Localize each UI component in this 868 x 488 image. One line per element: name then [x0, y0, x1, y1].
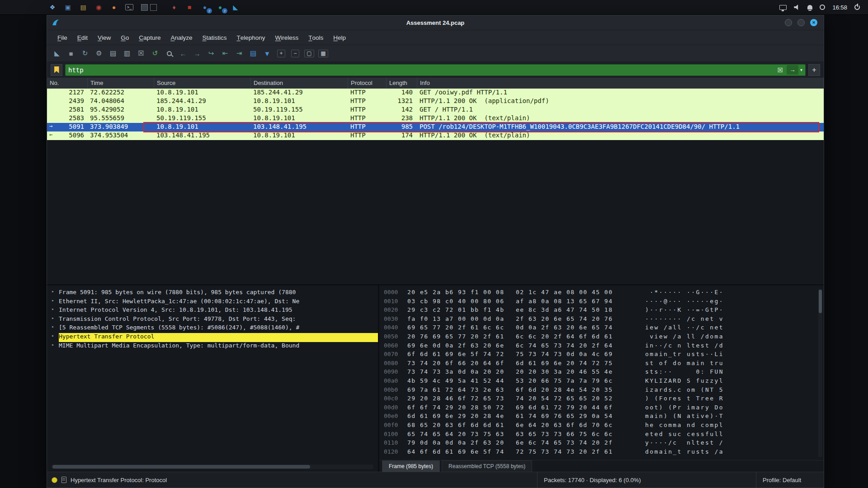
bytes-tab-frame-985-bytes-[interactable]: Frame (985 bytes): [382, 460, 440, 472]
text-editor-app-icon[interactable]: ◉: [93, 2, 104, 13]
column-header-time[interactable]: Time: [88, 78, 154, 89]
menu-telephony[interactable]: Telephony: [231, 30, 270, 45]
close-file-button[interactable]: ☒: [135, 47, 147, 60]
capture-options-button[interactable]: ⚙: [93, 47, 105, 60]
workspace-2[interactable]: [150, 4, 157, 11]
maximize-button[interactable]: [797, 19, 805, 26]
hex-row[interactable]: 00d06f 6f 74 29 20 28 50 7269 6d 61 72 7…: [384, 404, 824, 413]
hex-row[interactable]: 002029 c3 c2 72 01 bb f1 4bee 8c 3d a6 4…: [384, 306, 824, 315]
zoom-in-button[interactable]: +: [275, 47, 288, 60]
column-header-length[interactable]: Length: [387, 78, 417, 89]
kali-menu-icon[interactable]: ❖: [47, 2, 58, 13]
hex-row[interactable]: 00a04b 59 4c 49 5a 41 52 4453 20 66 75 7…: [384, 377, 824, 386]
wireshark-app-icon[interactable]: ◣: [230, 2, 241, 13]
hex-row[interactable]: 000020 e5 2a b6 93 f1 00 0802 1c 47 ae 0…: [384, 289, 824, 298]
terminal-app-icon[interactable]: ▣: [62, 2, 73, 13]
column-header-protocol[interactable]: Protocol: [348, 78, 387, 89]
first-packet-button[interactable]: ⇤: [219, 47, 231, 60]
hex-row[interactable]: 004069 65 77 20 2f 61 6c 6c0d 0a 2f 63 2…: [384, 324, 824, 333]
last-packet-button[interactable]: ⇥: [233, 47, 245, 60]
column-header-source[interactable]: Source: [154, 78, 251, 89]
hex-row[interactable]: 008073 74 20 6f 66 20 64 6f6d 61 69 6e 2…: [384, 360, 824, 369]
auto-scroll-button[interactable]: ▼: [261, 47, 274, 60]
reload-file-button[interactable]: ↺: [149, 47, 161, 60]
expand-arrow-icon[interactable]: ▸: [52, 298, 59, 307]
go-back-button[interactable]: ←: [177, 47, 189, 60]
go-forward-button[interactable]: →: [191, 47, 203, 60]
expand-arrow-icon[interactable]: ▸: [52, 315, 59, 324]
close-button[interactable]: ✕: [810, 19, 817, 26]
bytes-tab-reassembled-tcp-5558-bytes-[interactable]: Reassembled TCP (5558 bytes): [442, 460, 532, 472]
packet-row-5091[interactable]: 5091373.90384910.8.19.101103.148.41.195H…: [47, 123, 824, 131]
hex-row[interactable]: 00f068 65 20 63 6f 6d 6d 616e 64 20 63 6…: [384, 422, 824, 431]
hex-row[interactable]: 012064 6f 6d 61 69 6e 5f 7472 75 73 74 7…: [384, 448, 824, 457]
hex-row[interactable]: 005020 76 69 65 77 20 2f 616c 6c 20 2f 6…: [384, 333, 824, 342]
menu-go[interactable]: Go: [116, 30, 134, 45]
menu-edit[interactable]: Edit: [72, 30, 93, 45]
resize-columns-button[interactable]: ▦: [317, 47, 330, 60]
normal-size-button[interactable]: ▢: [303, 47, 316, 60]
menu-file[interactable]: File: [52, 30, 72, 45]
hex-row[interactable]: 00706f 6d 61 69 6e 5f 74 7275 73 74 73 0…: [384, 351, 824, 360]
hex-row[interactable]: 006069 6e 0d 0a 2f 63 20 6e6c 74 65 73 7…: [384, 342, 824, 351]
volume-icon[interactable]: [794, 5, 800, 10]
power-icon[interactable]: [854, 5, 860, 10]
menu-view[interactable]: View: [93, 30, 116, 45]
firefox-app-icon[interactable]: ●: [108, 2, 119, 13]
display-filter-input[interactable]: http ☒ → ▾: [65, 64, 806, 76]
column-header-info[interactable]: Info: [417, 78, 824, 89]
filter-bookmark-button[interactable]: [51, 64, 62, 76]
expand-arrow-icon[interactable]: ▸: [52, 333, 59, 342]
expand-arrow-icon[interactable]: ▸: [52, 289, 59, 298]
hex-row[interactable]: 00e06d 61 69 6e 29 20 28 4e61 74 69 76 6…: [384, 413, 824, 422]
detail-tree-item[interactable]: ▸Internet Protocol Version 4, Src: 10.8.…: [52, 306, 378, 315]
stop-capture-button[interactable]: ■: [65, 47, 77, 60]
colorize-packets-button[interactable]: ▤: [247, 47, 259, 60]
hex-row[interactable]: 001003 cb 98 c0 40 00 80 06af a8 0a 08 1…: [384, 298, 824, 307]
detail-tree-item[interactable]: ▸Transmission Control Protocol, Src Port…: [52, 315, 378, 324]
go-to-packet-button[interactable]: ↪: [205, 47, 217, 60]
status-profile[interactable]: Profile: Default: [756, 472, 824, 488]
detail-hscrollbar[interactable]: [52, 465, 373, 469]
hex-row[interactable]: 010065 74 65 64 20 73 75 6363 65 73 73 6…: [384, 431, 824, 440]
detail-tree-item[interactable]: ▸MIME Multipart Media Encapsulation, Typ…: [52, 342, 378, 351]
packet-row-2127[interactable]: 212772.62225210.8.19.101185.244.41.29HTT…: [47, 89, 824, 97]
expand-arrow-icon[interactable]: ▸: [52, 306, 59, 315]
workspace-1[interactable]: [141, 4, 148, 11]
hex-row[interactable]: 011079 0d 0a 0d 0a 2f 63 206e 6c 74 65 7…: [384, 439, 824, 448]
packet-row-2439[interactable]: 243974.048064185.244.41.2910.8.19.101HTT…: [47, 97, 824, 106]
column-header-no[interactable]: No.: [47, 78, 88, 89]
files-app-icon[interactable]: ▤: [78, 2, 89, 13]
detail-tree-item[interactable]: ▸[5 Reassembled TCP Segments (5558 bytes…: [52, 324, 378, 333]
detail-tree-item[interactable]: ▸Hypertext Transfer Protocol: [52, 333, 378, 342]
hex-row[interactable]: 00c029 20 28 46 6f 72 65 7374 20 54 72 6…: [384, 395, 824, 404]
hex-row[interactable]: 009073 74 73 3a 0d 0a 20 2020 20 30 3a 2…: [384, 368, 824, 377]
menu-statistics[interactable]: Statistics: [197, 30, 231, 45]
packet-row-5096[interactable]: 5096374.953504103.148.41.19510.8.19.101H…: [47, 131, 824, 140]
filter-apply-icon[interactable]: →: [787, 65, 798, 75]
app-window-3-icon[interactable]: ●2: [199, 2, 210, 13]
notifications-icon[interactable]: [807, 5, 812, 9]
terminal-window-icon[interactable]: >_: [124, 2, 135, 13]
filter-clear-icon[interactable]: ☒: [777, 66, 783, 74]
menu-analyze[interactable]: Analyze: [165, 30, 197, 45]
display-icon[interactable]: [779, 5, 787, 10]
restart-capture-button[interactable]: ↻: [79, 47, 91, 60]
filter-add-button[interactable]: +: [808, 64, 820, 76]
menu-capture[interactable]: Capture: [134, 30, 165, 45]
find-packet-button[interactable]: [163, 47, 175, 60]
save-file-button[interactable]: ▥: [121, 47, 133, 60]
workspace-switcher[interactable]: [141, 4, 157, 11]
hex-row[interactable]: 0030fa f0 13 a7 00 00 0d 0a2f 63 20 6e 6…: [384, 315, 824, 324]
packet-row-2583[interactable]: 258395.55565950.19.119.15510.8.19.101HTT…: [47, 114, 824, 123]
titlebar[interactable]: Assessment 24.pcap ✕: [47, 15, 824, 30]
expert-info-icon[interactable]: [52, 477, 57, 483]
app-window-2-icon[interactable]: ■: [184, 2, 195, 13]
menu-tools[interactable]: Tools: [303, 30, 328, 45]
detail-tree-item[interactable]: ▸Frame 5091: 985 bytes on wire (7880 bit…: [52, 289, 378, 298]
detail-tree-item[interactable]: ▸Ethernet II, Src: HewlettPacka_1c:47:ae…: [52, 298, 378, 307]
bytes-vscrollbar[interactable]: [818, 289, 822, 457]
vscrollbar-thumb[interactable]: [819, 290, 822, 313]
menu-wireless[interactable]: Wireless: [270, 30, 304, 45]
status-circle-icon[interactable]: [820, 5, 825, 10]
